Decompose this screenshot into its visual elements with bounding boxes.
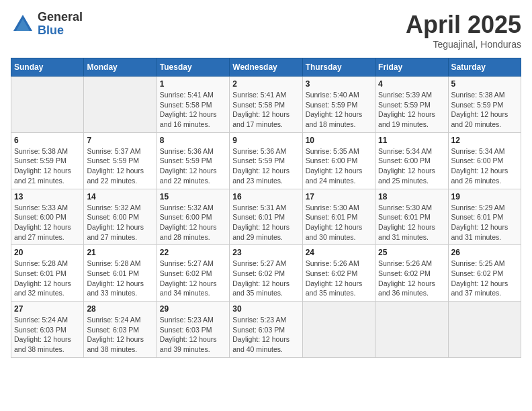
calendar-day-cell: 3Sunrise: 5:40 AMSunset: 5:59 PMDaylight… [302, 77, 375, 133]
calendar-day-cell: 13Sunrise: 5:33 AMSunset: 6:00 PMDayligh… [11, 189, 84, 245]
calendar-day-cell [84, 77, 157, 133]
day-info: Sunrise: 5:36 AMSunset: 5:59 PMDaylight:… [232, 146, 299, 186]
calendar-table: SundayMondayTuesdayWednesdayThursdayFrid… [11, 58, 521, 358]
day-number: 12 [451, 136, 518, 145]
calendar-day-cell [11, 77, 84, 133]
calendar-day-cell: 23Sunrise: 5:27 AMSunset: 6:02 PMDayligh… [230, 245, 302, 302]
day-number: 8 [160, 136, 226, 145]
day-info: Sunrise: 5:38 AMSunset: 5:59 PMDaylight:… [451, 90, 518, 130]
day-number: 4 [378, 79, 445, 89]
calendar-day-cell: 17Sunrise: 5:30 AMSunset: 6:01 PMDayligh… [302, 189, 375, 245]
day-number: 15 [160, 192, 226, 201]
calendar-header: SundayMondayTuesdayWednesdayThursdayFrid… [11, 58, 521, 77]
day-info: Sunrise: 5:31 AMSunset: 6:01 PMDaylight:… [232, 203, 299, 242]
day-number: 28 [87, 304, 153, 314]
day-info: Sunrise: 5:32 AMSunset: 6:00 PMDaylight:… [160, 203, 226, 242]
day-info: Sunrise: 5:33 AMSunset: 6:00 PMDaylight:… [14, 203, 81, 242]
calendar-day-cell [375, 302, 448, 358]
calendar-day-cell [448, 302, 521, 358]
day-of-week-header: Tuesday [157, 58, 229, 77]
logo-general: General [38, 11, 83, 24]
day-of-week-header: Saturday [448, 58, 521, 77]
day-of-week-header: Wednesday [230, 58, 302, 77]
day-info: Sunrise: 5:23 AMSunset: 6:03 PMDaylight:… [160, 315, 226, 355]
calendar-body: 1Sunrise: 5:41 AMSunset: 5:58 PMDaylight… [11, 77, 521, 358]
logo-icon [11, 12, 35, 36]
day-info: Sunrise: 5:26 AMSunset: 6:02 PMDaylight:… [378, 259, 445, 298]
calendar-week-row: 27Sunrise: 5:24 AMSunset: 6:03 PMDayligh… [11, 302, 521, 358]
logo-blue: Blue [38, 24, 83, 38]
day-number: 30 [232, 304, 299, 314]
day-info: Sunrise: 5:34 AMSunset: 6:00 PMDaylight:… [378, 146, 445, 186]
calendar-day-cell: 26Sunrise: 5:25 AMSunset: 6:02 PMDayligh… [448, 245, 521, 302]
day-number: 25 [378, 248, 445, 257]
day-number: 19 [451, 192, 518, 201]
calendar-day-cell: 29Sunrise: 5:23 AMSunset: 6:03 PMDayligh… [157, 302, 229, 358]
title-block: April 2025 Teguajinal, Honduras [406, 11, 521, 50]
calendar-day-cell: 15Sunrise: 5:32 AMSunset: 6:00 PMDayligh… [157, 189, 229, 245]
day-info: Sunrise: 5:41 AMSunset: 5:58 PMDaylight:… [160, 90, 226, 130]
day-number: 21 [87, 248, 153, 257]
calendar-day-cell: 1Sunrise: 5:41 AMSunset: 5:58 PMDaylight… [157, 77, 229, 133]
calendar-day-cell: 2Sunrise: 5:41 AMSunset: 5:58 PMDaylight… [230, 77, 302, 133]
day-number: 11 [378, 136, 445, 145]
location-subtitle: Teguajinal, Honduras [406, 39, 521, 50]
calendar-day-cell: 20Sunrise: 5:28 AMSunset: 6:01 PMDayligh… [11, 245, 84, 302]
calendar-week-row: 6Sunrise: 5:38 AMSunset: 5:59 PMDaylight… [11, 132, 521, 189]
day-info: Sunrise: 5:24 AMSunset: 6:03 PMDaylight:… [87, 315, 153, 355]
calendar-day-cell: 10Sunrise: 5:35 AMSunset: 6:00 PMDayligh… [302, 132, 375, 189]
day-info: Sunrise: 5:26 AMSunset: 6:02 PMDaylight:… [306, 259, 372, 298]
calendar-day-cell: 21Sunrise: 5:28 AMSunset: 6:01 PMDayligh… [84, 245, 157, 302]
day-info: Sunrise: 5:37 AMSunset: 5:59 PMDaylight:… [87, 146, 153, 186]
days-of-week-row: SundayMondayTuesdayWednesdayThursdayFrid… [11, 58, 521, 77]
day-number: 7 [87, 136, 153, 145]
day-number: 22 [160, 248, 226, 257]
day-number: 10 [306, 136, 372, 145]
day-info: Sunrise: 5:35 AMSunset: 6:00 PMDaylight:… [306, 146, 372, 186]
day-info: Sunrise: 5:39 AMSunset: 5:59 PMDaylight:… [378, 90, 445, 130]
day-number: 26 [451, 248, 518, 257]
day-number: 2 [232, 79, 299, 89]
calendar-week-row: 20Sunrise: 5:28 AMSunset: 6:01 PMDayligh… [11, 245, 521, 302]
day-info: Sunrise: 5:41 AMSunset: 5:58 PMDaylight:… [232, 90, 299, 130]
calendar-day-cell: 16Sunrise: 5:31 AMSunset: 6:01 PMDayligh… [230, 189, 302, 245]
calendar-day-cell: 25Sunrise: 5:26 AMSunset: 6:02 PMDayligh… [375, 245, 448, 302]
calendar-day-cell: 4Sunrise: 5:39 AMSunset: 5:59 PMDaylight… [375, 77, 448, 133]
calendar-day-cell: 30Sunrise: 5:23 AMSunset: 6:03 PMDayligh… [230, 302, 302, 358]
day-number: 23 [232, 248, 299, 257]
logo: General Blue [11, 11, 83, 38]
calendar-day-cell: 19Sunrise: 5:29 AMSunset: 6:01 PMDayligh… [448, 189, 521, 245]
calendar-day-cell: 8Sunrise: 5:36 AMSunset: 5:59 PMDaylight… [157, 132, 229, 189]
day-number: 1 [160, 79, 226, 89]
day-info: Sunrise: 5:29 AMSunset: 6:01 PMDaylight:… [451, 203, 518, 242]
calendar-day-cell: 22Sunrise: 5:27 AMSunset: 6:02 PMDayligh… [157, 245, 229, 302]
day-info: Sunrise: 5:34 AMSunset: 6:00 PMDaylight:… [451, 146, 518, 186]
day-info: Sunrise: 5:30 AMSunset: 6:01 PMDaylight:… [378, 203, 445, 242]
page-header: General Blue April 2025 Teguajinal, Hond… [11, 11, 521, 50]
day-number: 14 [87, 192, 153, 201]
day-number: 18 [378, 192, 445, 201]
day-number: 16 [232, 192, 299, 201]
day-number: 20 [14, 248, 81, 257]
day-info: Sunrise: 5:32 AMSunset: 6:00 PMDaylight:… [87, 203, 153, 242]
day-of-week-header: Thursday [302, 58, 375, 77]
day-info: Sunrise: 5:40 AMSunset: 5:59 PMDaylight:… [306, 90, 372, 130]
day-number: 24 [306, 248, 372, 257]
day-info: Sunrise: 5:28 AMSunset: 6:01 PMDaylight:… [14, 259, 81, 298]
logo-text: General Blue [38, 11, 83, 38]
calendar-day-cell: 24Sunrise: 5:26 AMSunset: 6:02 PMDayligh… [302, 245, 375, 302]
day-info: Sunrise: 5:23 AMSunset: 6:03 PMDaylight:… [232, 315, 299, 355]
calendar-day-cell: 12Sunrise: 5:34 AMSunset: 6:00 PMDayligh… [448, 132, 521, 189]
day-info: Sunrise: 5:30 AMSunset: 6:01 PMDaylight:… [306, 203, 372, 242]
calendar-day-cell [302, 302, 375, 358]
month-title: April 2025 [406, 11, 521, 39]
day-info: Sunrise: 5:38 AMSunset: 5:59 PMDaylight:… [14, 146, 81, 186]
day-of-week-header: Friday [375, 58, 448, 77]
day-info: Sunrise: 5:24 AMSunset: 6:03 PMDaylight:… [14, 315, 81, 355]
calendar-day-cell: 7Sunrise: 5:37 AMSunset: 5:59 PMDaylight… [84, 132, 157, 189]
day-info: Sunrise: 5:28 AMSunset: 6:01 PMDaylight:… [87, 259, 153, 298]
day-number: 9 [232, 136, 299, 145]
day-number: 5 [451, 79, 518, 89]
calendar-day-cell: 27Sunrise: 5:24 AMSunset: 6:03 PMDayligh… [11, 302, 84, 358]
calendar-day-cell: 6Sunrise: 5:38 AMSunset: 5:59 PMDaylight… [11, 132, 84, 189]
